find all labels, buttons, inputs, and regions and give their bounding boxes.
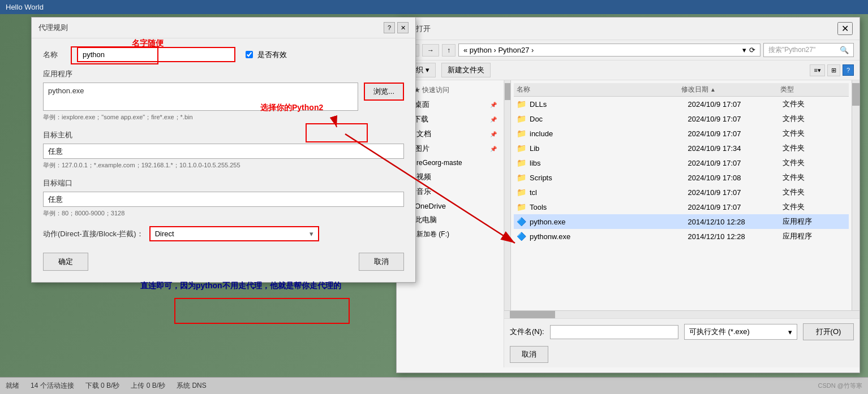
pin-icon-4: 📌 — [490, 146, 497, 152]
file-dialog-close[interactable]: ✕ — [837, 22, 853, 35]
status-ready: 就绪 — [6, 381, 19, 391]
breadcrumb[interactable]: « python › Python27 › ▾ ⟳ — [458, 44, 760, 57]
list-item[interactable]: 📁 DLLs 2024/10/9 17:07 文件夹 — [514, 97, 849, 111]
desktop: Hello World 代理规则 ? ✕ 名称 是否有效 应用程序 — [0, 0, 868, 394]
proxy-dialog-titlebar: 代理规则 ? ✕ — [32, 18, 415, 38]
bg-title: Hello World — [6, 3, 44, 11]
valid-checkbox[interactable] — [246, 51, 253, 58]
target-host-section: 目标主机 举例：127.0.0.1；*.example.com；192.168.… — [43, 130, 404, 170]
pin-icon: 📌 — [490, 102, 497, 108]
list-item[interactable]: 📁 Scripts 2024/10/9 17:08 文件夹 — [514, 170, 849, 185]
action-label: 动作(Direct-直接/Block-拦截)： — [43, 229, 144, 239]
search-icon: 🔍 — [840, 46, 849, 54]
action-select[interactable]: Direct ▾ — [149, 226, 319, 241]
file-body: ★ ★ 快速访问 🖥 桌面 📌 ⬇ 下载 📌 📄 文档 📌 — [397, 80, 860, 367]
bg-window: Hello World — [0, 0, 868, 14]
name-label: 名称 — [43, 50, 71, 60]
filename-input[interactable] — [550, 325, 678, 339]
main-scrollbar[interactable] — [852, 80, 860, 310]
target-port-input[interactable] — [43, 192, 404, 207]
action-value: Direct — [155, 230, 174, 238]
grid-view-button[interactable]: ⊞ — [827, 64, 840, 76]
target-host-label: 目标主机 — [43, 130, 404, 140]
statusbar: 就绪 14 个活动连接 下载 0 B/秒 上传 0 B/秒 系统 DNS CSD… — [0, 377, 868, 394]
filetype-dropdown-arrow: ▾ — [788, 328, 792, 336]
open-button[interactable]: 打开(O) — [803, 323, 854, 340]
target-port-label: 目标端口 — [43, 178, 404, 188]
folder-icon-dlls: 📁 — [517, 99, 526, 109]
list-item[interactable]: 📁 Doc 2024/10/9 17:07 文件夹 — [514, 111, 849, 126]
horizontal-scrollbar[interactable] — [504, 310, 860, 318]
proxy-dialog-close[interactable]: ✕ — [397, 22, 409, 33]
name-input[interactable] — [77, 47, 235, 62]
target-host-input[interactable] — [43, 144, 404, 159]
pin-icon-3: 📌 — [490, 131, 497, 137]
app-input[interactable]: python.exe — [43, 83, 358, 111]
search-bar[interactable]: 搜索"Python27" 🔍 — [763, 43, 854, 57]
app-value: python.exe — [48, 86, 84, 95]
main-scroll-thumb[interactable] — [852, 83, 860, 106]
list-item-python-exe[interactable]: 🔷 python.exe 2014/12/10 12:28 应用程序 — [514, 214, 849, 229]
filetype-select[interactable]: 可执行文件 (*.exe) ▾ — [684, 324, 797, 340]
pin-icon-2: 📌 — [490, 116, 497, 123]
dialog-buttons: 确定 取消 — [43, 253, 404, 271]
proxy-cancel-button[interactable]: 取消 — [359, 253, 404, 271]
proxy-dialog-title: 代理规则 — [38, 23, 68, 33]
proxy-dialog-controls: ? ✕ — [384, 22, 409, 33]
file-list: 名称 修改日期 ▲ 类型 📁 DLLs 2024/10/9 17:07 文件夹 — [511, 80, 852, 310]
file-nav-toolbar: ← → ↑ « python › Python27 › ▾ ⟳ 搜索"Pytho… — [397, 40, 860, 60]
target-port-hint: 举例：80；8000-9000；3128 — [43, 209, 404, 218]
help-button[interactable]: ? — [843, 64, 854, 76]
status-download: 下载 0 B/秒 — [85, 381, 120, 391]
nav-forward-button[interactable]: → — [422, 44, 439, 57]
folder-icon-doc: 📁 — [517, 114, 526, 123]
exe-icon-python: 🔷 — [517, 217, 526, 226]
status-dns: 系统 DNS — [177, 381, 207, 391]
sidebar-scroll-thumb[interactable] — [505, 83, 510, 100]
valid-label: 是否有效 — [257, 50, 287, 60]
view-controls: ≡▾ ⊞ ? — [810, 64, 854, 76]
app-section: 应用程序 python.exe 举例：iexplore.exe；"some ap… — [43, 69, 404, 122]
action-section: 动作(Direct-直接/Block-拦截)： Direct ▾ — [43, 226, 404, 241]
browse-button[interactable]: 浏览... — [364, 83, 404, 101]
h-scroll-thumb[interactable] — [510, 311, 555, 318]
file-cancel-button[interactable]: 取消 — [510, 346, 548, 363]
target-port-section: 目标端口 举例：80；8000-9000；3128 — [43, 178, 404, 218]
filetype-value: 可执行文件 (*.exe) — [689, 327, 750, 337]
exe-icon-pythonw: 🔷 — [517, 232, 526, 241]
status-connections: 14 个活动连接 — [31, 381, 74, 391]
col-date-header[interactable]: 修改日期 ▲ — [681, 85, 780, 94]
target-host-hint: 举例：127.0.0.1；*.example.com；192.168.1.*；1… — [43, 161, 404, 170]
app-hint: 举例：iexplore.exe；"some app.exe"；fire*.exe… — [43, 113, 358, 122]
file-dialog-titlebar: 📂 打开 ✕ — [397, 18, 860, 40]
list-view-button[interactable]: ≡▾ — [810, 64, 824, 76]
proxy-dialog-help[interactable]: ? — [384, 22, 395, 33]
file-main-area: 名称 修改日期 ▲ 类型 📁 DLLs 2024/10/9 17:07 文件夹 — [504, 80, 860, 367]
list-item[interactable]: 📁 Tools 2024/10/9 17:07 文件夹 — [514, 200, 849, 214]
col-type-header[interactable]: 类型 — [780, 85, 846, 94]
breadcrumb-dropdown[interactable]: ▾ — [742, 46, 746, 54]
list-item-pythonw-exe[interactable]: 🔷 pythonw.exe 2014/12/10 12:28 应用程序 — [514, 229, 849, 244]
sidebar-scrollbar[interactable] — [504, 80, 511, 310]
action-highlight-rect — [174, 298, 350, 324]
list-item[interactable]: 📁 include 2024/10/9 17:07 文件夹 — [514, 126, 849, 141]
list-item[interactable]: 📁 Lib 2024/10/9 17:34 文件夹 — [514, 141, 849, 155]
watermark: CSDN @竹等寒 — [818, 382, 862, 390]
list-item[interactable]: 📁 libs 2024/10/9 17:07 文件夹 — [514, 155, 849, 170]
folder-icon-include: 📁 — [517, 129, 526, 138]
status-upload: 上传 0 B/秒 — [131, 381, 165, 391]
file-dialog: 📂 打开 ✕ ← → ↑ « python › Python27 › ▾ ⟳ 搜… — [396, 17, 860, 373]
nav-up-button[interactable]: ↑ — [442, 44, 456, 57]
file-second-toolbar: 组织 ▾ 新建文件夹 ≡▾ ⊞ ? — [397, 60, 860, 80]
file-footer: 文件名(N): 可执行文件 (*.exe) ▾ 打开(O) 取消 — [504, 318, 860, 367]
folder-icon-tools: 📁 — [517, 202, 526, 211]
new-folder-button[interactable]: 新建文件夹 — [441, 63, 491, 77]
folder-icon-lib: 📁 — [517, 144, 526, 153]
refresh-icon[interactable]: ⟳ — [749, 46, 755, 54]
proxy-dialog: 代理规则 ? ✕ 名称 是否有效 应用程序 — [31, 17, 416, 283]
list-item[interactable]: 📁 tcl 2024/10/9 17:07 文件夹 — [514, 185, 849, 200]
col-name-header[interactable]: 名称 — [517, 85, 681, 94]
confirm-button[interactable]: 确定 — [43, 253, 88, 271]
folder-icon-libs: 📁 — [517, 158, 526, 167]
file-content-area: 名称 修改日期 ▲ 类型 📁 DLLs 2024/10/9 17:07 文件夹 — [504, 80, 860, 310]
